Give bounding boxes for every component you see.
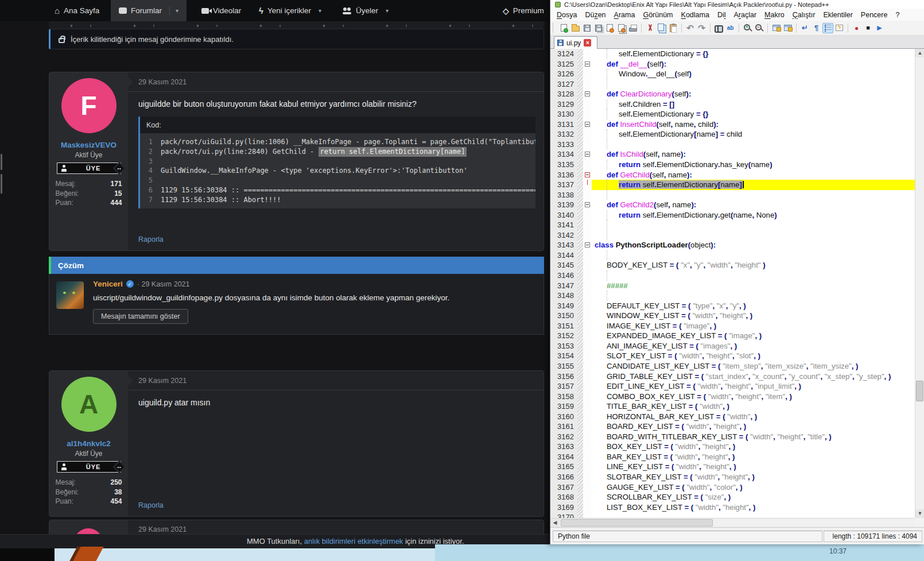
fold-collapse-icon[interactable] <box>585 172 590 177</box>
vertical-scrollbar[interactable]: ▲ ▼ <box>915 49 924 518</box>
menu--al-t-r[interactable]: Çalıştır <box>789 10 820 20</box>
code-line-3162[interactable]: 3162BOARD_WITH_TITLEBAR_KEY_LIST = ( "wi… <box>550 432 915 442</box>
code-line-3147[interactable]: 3147##### <box>550 281 915 291</box>
code-line-3133[interactable]: 3133 <box>550 140 915 150</box>
nav-item-videos[interactable]: Videolar <box>193 0 249 21</box>
nav-item-forums[interactable]: Forumlar ▾ <box>111 0 187 21</box>
scroll-down-icon[interactable]: ▼ <box>915 509 924 518</box>
tab-ui-py[interactable]: ui.py × <box>554 36 597 49</box>
code-line-3164[interactable]: 3164BAR_KEY_LIST = ( "width", "height", … <box>550 452 915 462</box>
window-titlebar[interactable]: C:\Users\Ozan\Desktop\Enix Alt Yapı File… <box>550 0 924 9</box>
close-file-icon[interactable] <box>604 23 615 33</box>
fold-collapse-icon[interactable] <box>585 61 590 67</box>
code-line-3143[interactable]: 3143class PythonScriptLoader(object): <box>550 240 915 250</box>
code-line-3153[interactable]: 3153ANI_IMAGE_KEY_LIST = ( "images", ) <box>550 341 915 351</box>
menu-kodlama[interactable]: Kodlama <box>677 10 713 20</box>
code-line-3144[interactable]: 3144 <box>550 250 915 261</box>
macro-record-icon[interactable]: ● <box>851 23 862 33</box>
replace-icon[interactable]: ab <box>725 23 736 33</box>
fold-collapse-icon[interactable] <box>585 122 590 127</box>
cut-icon[interactable] <box>645 23 655 33</box>
print-icon[interactable] <box>627 23 638 33</box>
code-line-3137[interactable]: 3137return self.ElementDictionary[name] <box>550 180 915 190</box>
menu-ara-lar[interactable]: Araçlar <box>729 10 760 20</box>
code-line-3170[interactable]: 3170 <box>550 512 915 518</box>
code-line-3160[interactable]: 3160HORIZONTAL_BAR_KEY_LIST = ( "width",… <box>550 412 915 422</box>
post-date[interactable]: 29 Kasım 2021 <box>138 78 187 86</box>
code-line-3131[interactable]: 3131def InsertChild(self, name, child): <box>550 119 915 130</box>
redo-icon[interactable]: ↷ <box>696 23 707 33</box>
menu-pencere[interactable]: Pencere <box>857 10 892 20</box>
paste-icon[interactable] <box>667 23 678 33</box>
code-line-3126[interactable]: 3126Window.__del__(self) <box>550 69 915 79</box>
nav-item-members[interactable]: Üyeler ▾ <box>335 0 397 21</box>
scrollbar-thumb[interactable] <box>916 381 923 401</box>
code-line-3128[interactable]: 3128def ClearDictionary(self): <box>550 89 915 99</box>
avatar[interactable] <box>56 281 84 309</box>
code-line-3139[interactable]: 3139def GetChild2(self, name): <box>550 200 915 210</box>
enable-notifications-link[interactable]: anlık bildirimleri etkinleştirmek <box>304 537 403 545</box>
chevron-down-icon[interactable]: ▾ <box>319 7 321 14</box>
show-all-chars-icon[interactable]: ¶ <box>811 23 822 33</box>
username-link[interactable]: MaskesizVEVO <box>61 141 117 149</box>
code-line-3136[interactable]: 3136def GetChild(self, name): <box>550 170 915 180</box>
code-line-3155[interactable]: 3155CANDIDATE_LIST_KEY_LIST = ( "item_st… <box>550 361 915 372</box>
code-line-3150[interactable]: 3150WINDOW_KEY_LIST = ( "width", "height… <box>550 311 915 321</box>
menu-g-r-n-m[interactable]: Görünüm <box>639 10 677 20</box>
fold-collapse-icon[interactable] <box>585 91 590 96</box>
code-line-3145[interactable]: 3145BODY_KEY_LIST = ( "x", "y", "width",… <box>550 260 915 270</box>
fold-collapse-icon[interactable] <box>585 242 590 247</box>
menu-eklentiler[interactable]: Eklentiler <box>819 10 856 20</box>
find-icon[interactable] <box>713 23 724 33</box>
code-line-3159[interactable]: 3159TITLE_BAR_KEY_LIST = ( "width", ) <box>550 401 915 412</box>
toolbar-grip[interactable] <box>553 23 556 33</box>
code-line-3135[interactable]: 3135return self.ElementDictionary.has_ke… <box>550 160 915 170</box>
zoom-out-icon[interactable] <box>754 23 764 33</box>
show-full-message-button[interactable]: Mesajın tamamını göster <box>93 309 188 324</box>
nav-item-premium[interactable]: ◇ Premium <box>495 0 552 21</box>
report-link[interactable]: Raporla <box>138 501 164 509</box>
code-line-3156[interactable]: 3156GRID_TABLE_KEY_LIST = ( "start_index… <box>550 372 915 382</box>
code-line-3124[interactable]: 3124self.ElementDictionary = {} <box>550 49 915 59</box>
nav-item-home[interactable]: ⌂ Ana Sayfa <box>46 0 107 21</box>
save-file-icon[interactable] <box>581 23 592 33</box>
code-line-3167[interactable]: 3167GAUGE_KEY_LIST = ( "width", "color",… <box>550 482 915 493</box>
close-all-icon[interactable] <box>616 23 627 33</box>
username-link[interactable]: al1h4nkvlc2 <box>67 439 111 448</box>
code-line-3166[interactable]: 3166SLOTBAR_KEY_LIST = ( "width", "heigh… <box>550 472 915 482</box>
post-date[interactable]: 29 Kasım 2021 <box>138 377 187 385</box>
menu-?[interactable]: ? <box>891 10 903 20</box>
close-tab-icon[interactable]: × <box>584 39 591 47</box>
code-line-3134[interactable]: 3134def IsChild(self, name): <box>550 149 915 160</box>
word-wrap-icon[interactable]: ↵ <box>799 23 810 33</box>
code-line-3158[interactable]: 3158COMBO_BOX_KEY_LIST = ( "width", "hei… <box>550 392 915 402</box>
code-line-3163[interactable]: 3163BOX_KEY_LIST = ( "width", "height", … <box>550 442 915 452</box>
code-line-3168[interactable]: 3168SCROLLBAR_KEY_LIST = ( "size", ) <box>550 492 915 502</box>
open-file-icon[interactable] <box>570 23 581 33</box>
fold-collapse-icon[interactable] <box>585 152 590 157</box>
copy-icon[interactable] <box>656 23 667 33</box>
code-line-3161[interactable]: 3161BOARD_KEY_LIST = ( "width", "height"… <box>550 421 915 432</box>
new-file-icon[interactable] <box>558 23 569 33</box>
scroll-up-icon[interactable]: ▲ <box>915 49 924 57</box>
macro-stop-icon[interactable]: ■ <box>863 23 873 33</box>
sync-v-scroll-icon[interactable] <box>771 23 782 33</box>
post-date[interactable]: · 29 Kasım 2021 <box>137 280 190 288</box>
code-line-3165[interactable]: 3165LINE_KEY_LIST = ( "width", "height",… <box>550 462 915 472</box>
report-link[interactable]: Raporla <box>138 235 164 243</box>
code-line-3157[interactable]: 3157EDIT_LINE_KEY_LIST = ( "width", "hei… <box>550 381 915 392</box>
chevron-down-icon[interactable]: ▾ <box>386 7 389 14</box>
code-line-3146[interactable]: 3146 <box>550 270 915 281</box>
code-line-3151[interactable]: 3151IMAGE_KEY_LIST = ( "image", ) <box>550 321 915 331</box>
scroll-left-icon[interactable]: ◀ <box>550 519 560 527</box>
code-line-3154[interactable]: 3154SLOT_KEY_LIST = ( "width", "height",… <box>550 351 915 361</box>
fold-collapse-icon[interactable] <box>585 202 590 207</box>
code-line-3138[interactable]: 3138 <box>550 190 915 200</box>
avatar[interactable]: F <box>61 78 117 133</box>
code-line-3130[interactable]: 3130self.ElementDictionary = {} <box>550 109 915 119</box>
code-line-3132[interactable]: 3132self.ElementDictionary[name] = child <box>550 129 915 140</box>
code-line-3142[interactable]: 3142 <box>550 230 915 241</box>
horizontal-scrollbar[interactable]: ◀ <box>550 518 915 527</box>
code-line-3127[interactable]: 3127 <box>550 79 915 90</box>
zoom-in-icon[interactable] <box>742 23 753 33</box>
